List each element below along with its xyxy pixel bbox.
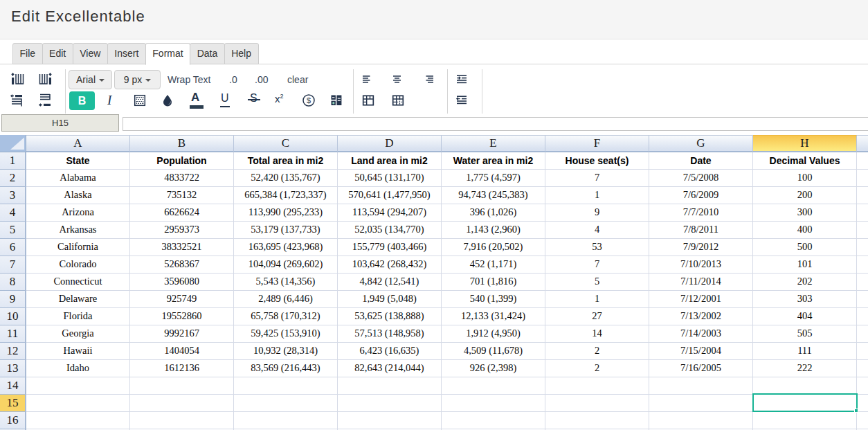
svg-text:$: $ [307, 96, 311, 105]
